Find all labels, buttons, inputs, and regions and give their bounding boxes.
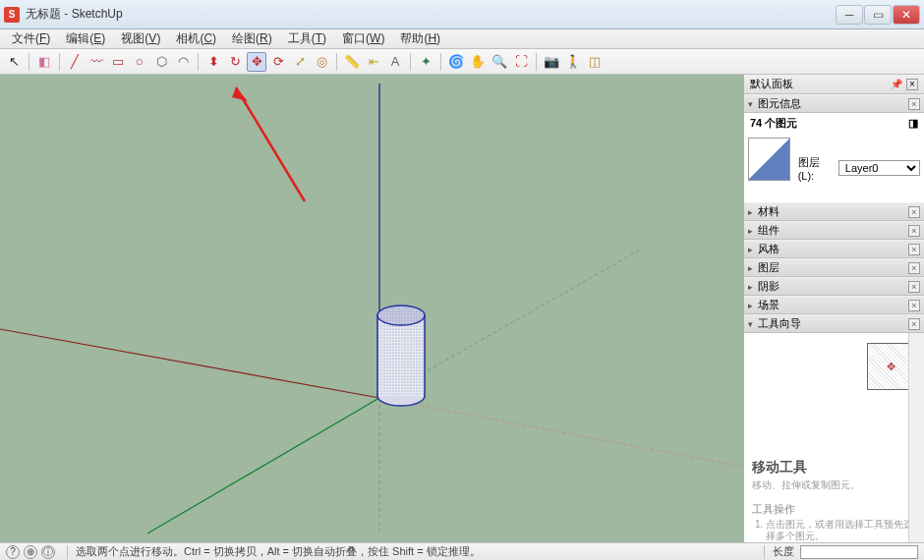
section-close-icon[interactable]: × — [908, 262, 920, 274]
measurement-input[interactable] — [800, 545, 918, 559]
geo-icon[interactable]: ⊕ — [24, 545, 37, 559]
section-close-icon[interactable]: × — [908, 318, 920, 330]
help-icon[interactable]: ? — [6, 545, 20, 559]
menu-item-3[interactable]: 相机(C) — [168, 28, 224, 49]
section-label: 材料 — [758, 204, 780, 219]
scale-tool[interactable]: ⤢ — [290, 52, 310, 72]
operation-step: 点击图元，或者用选择工具预先选择多个图元。 — [766, 519, 916, 542]
material-thumbnail[interactable] — [748, 138, 790, 181]
zoom-tool[interactable]: 🔍 — [490, 52, 509, 72]
minimize-button[interactable]: ─ — [836, 5, 863, 25]
rotate-tool[interactable]: ⟳ — [268, 52, 288, 72]
section-label: 组件 — [758, 223, 780, 238]
entity-count-row: 74 个图元 ◨ — [744, 113, 924, 134]
dimension-tool[interactable]: ⇤ — [364, 52, 383, 72]
layer-select[interactable]: Layer0 — [838, 160, 920, 176]
entity-count: 74 个图元 — [750, 116, 797, 131]
section-label: 图层 — [758, 260, 780, 275]
polygon-tool[interactable]: ⬡ — [151, 52, 171, 72]
section-close-icon[interactable]: × — [908, 98, 920, 110]
panel-section-6[interactable]: ▾工具向导× — [744, 314, 924, 333]
axes-tool[interactable]: ✦ — [416, 52, 435, 72]
arrow-icon: ▸ — [748, 301, 758, 310]
eraser-tool[interactable]: ◧ — [34, 52, 54, 72]
window-title: 无标题 - SketchUp — [26, 6, 123, 23]
panel-section-2[interactable]: ▸风格× — [744, 240, 924, 258]
window-controls: ─ ▭ ✕ — [835, 5, 920, 25]
close-button[interactable]: ✕ — [893, 5, 920, 25]
maximize-button[interactable]: ▭ — [864, 5, 892, 25]
freehand-tool[interactable]: 〰 — [87, 52, 106, 72]
text-tool[interactable]: A — [385, 52, 405, 72]
menu-item-7[interactable]: 帮助(H) — [392, 28, 448, 49]
menu-item-5[interactable]: 工具(T) — [280, 28, 334, 49]
select-tool[interactable]: ↖ — [4, 52, 24, 72]
position-camera-tool[interactable]: 📷 — [542, 52, 561, 72]
viewport-svg — [0, 75, 743, 542]
arrow-icon: ▸ — [748, 282, 758, 292]
panel-section-1[interactable]: ▸组件× — [744, 221, 924, 240]
section-close-icon[interactable]: × — [908, 244, 920, 255]
arrow-icon: ▸ — [748, 245, 758, 254]
menu-item-4[interactable]: 绘图(R) — [224, 28, 280, 49]
circle-tool[interactable]: ○ — [130, 52, 149, 72]
pushpull-tool[interactable]: ⬍ — [203, 52, 223, 72]
menu-bar: 文件(F)编辑(E)视图(V)相机(C)绘图(R)工具(T)窗口(W)帮助(H) — [0, 29, 924, 49]
panel-section-0[interactable]: ▸材料× — [744, 202, 924, 221]
title-bar: S 无标题 - SketchUp ─ ▭ ✕ — [0, 0, 924, 29]
menu-item-0[interactable]: 文件(F) — [4, 28, 58, 49]
instructor-subtitle: 移动、拉伸或复制图元。 — [752, 478, 916, 492]
section-close-icon[interactable]: × — [908, 281, 920, 293]
menu-item-6[interactable]: 窗口(W) — [334, 28, 392, 49]
panel-section-5[interactable]: ▸场景× — [744, 296, 924, 314]
default-panel-header[interactable]: 默认面板 📌 × — [744, 75, 924, 94]
section-label: 风格 — [758, 242, 780, 256]
orbit-tool[interactable]: 🌀 — [446, 52, 466, 72]
arrow-icon: ▸ — [748, 226, 758, 236]
scrollbar-vertical[interactable] — [908, 333, 924, 542]
zoomextents-tool[interactable]: ⛶ — [511, 52, 531, 72]
move-tool[interactable]: ✥ — [247, 52, 266, 72]
menu-item-1[interactable]: 编辑(E) — [58, 28, 113, 49]
app-icon: S — [4, 7, 20, 23]
pin-icon[interactable]: 📌 — [891, 79, 902, 90]
section-close-icon[interactable]: × — [908, 300, 920, 311]
panel-section-3[interactable]: ▸图层× — [744, 258, 924, 277]
arrow-icon: ▸ — [748, 207, 758, 217]
menu-item-2[interactable]: 视图(V) — [113, 28, 168, 49]
toolbar-separator — [59, 53, 60, 71]
status-hint: 选取两个点进行移动。Ctrl = 切换拷贝，Alt = 切换自动折叠，按住 Sh… — [76, 544, 481, 559]
layer-row: 图层(L): Layer0 — [798, 138, 920, 198]
cylinder-object — [377, 306, 425, 406]
toolbar-separator — [536, 53, 537, 71]
entity-content: 图层(L): Layer0 — [744, 134, 924, 202]
toolbar-separator — [440, 53, 441, 71]
entity-info-title: 图元信息 — [758, 96, 801, 111]
right-panel: 默认面板 📌 × ▾ 图元信息 × 74 个图元 ◨ 图层(L): Layer0 — [743, 75, 924, 542]
entity-info-header[interactable]: ▾ 图元信息 × — [744, 94, 924, 113]
tape-tool[interactable]: 📏 — [342, 52, 362, 72]
rectangle-tool[interactable]: ▭ — [108, 52, 128, 72]
section-close-icon[interactable]: × — [908, 225, 920, 237]
layer-label: 图层(L): — [798, 155, 835, 182]
section-tool[interactable]: ◫ — [585, 52, 605, 72]
toolbar: ↖◧╱〰▭○⬡◠⬍↻✥⟳⤢◎📏⇤A✦🌀✋🔍⛶📷🚶◫ — [0, 49, 924, 75]
offset-tool[interactable]: ◎ — [312, 52, 331, 72]
section-close-icon[interactable]: × — [908, 206, 920, 218]
credits-icon[interactable]: ⓘ — [41, 545, 55, 559]
arc-tool[interactable]: ◠ — [173, 52, 193, 72]
panel-close-icon[interactable]: × — [906, 79, 918, 90]
status-bar: ? ⊕ ⓘ 选取两个点进行移动。Ctrl = 切换拷贝，Alt = 切换自动折叠… — [0, 542, 924, 560]
followme-tool[interactable]: ↻ — [225, 52, 245, 72]
toolbar-separator — [336, 53, 337, 71]
default-panel-title: 默认面板 — [750, 77, 793, 91]
panel-section-4[interactable]: ▸阴影× — [744, 277, 924, 296]
hide-details-icon[interactable]: ◨ — [908, 117, 918, 130]
main-area: 默认面板 📌 × ▾ 图元信息 × 74 个图元 ◨ 图层(L): Layer0 — [0, 75, 924, 542]
move-cursor-icon: ✥ — [887, 361, 895, 373]
pan-tool[interactable]: ✋ — [468, 52, 488, 72]
arrow-icon: ▾ — [748, 319, 758, 329]
line-tool[interactable]: ╱ — [65, 52, 85, 72]
viewport[interactable] — [0, 75, 743, 542]
walk-tool[interactable]: 🚶 — [563, 52, 583, 72]
